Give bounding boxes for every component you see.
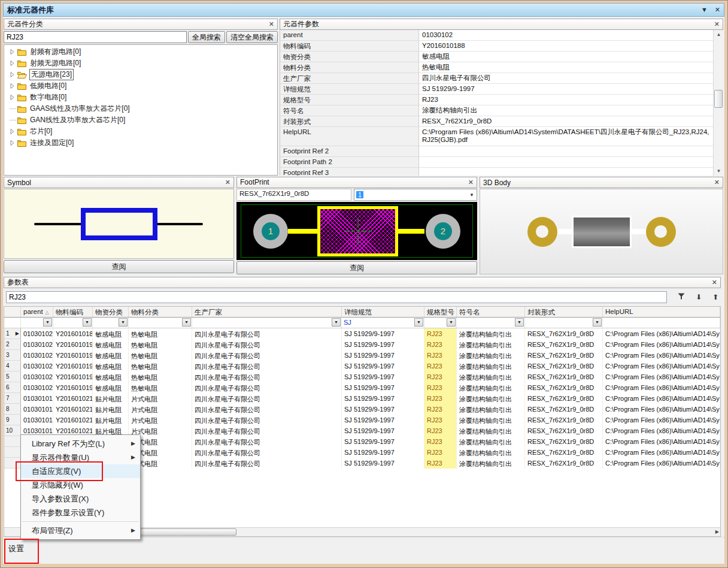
menu-item[interactable]: Library Ref 不为空(L)▶ — [21, 437, 140, 451]
dropdown-arrow-icon[interactable]: ▼ — [182, 318, 191, 327]
param-row[interactable]: Footprint Path 2 — [280, 157, 713, 168]
param-row[interactable]: 封装形式RESX_7r62X1r9_0r8D — [280, 116, 713, 127]
filter-cell[interactable]: ▼ — [53, 318, 93, 328]
dropdown-arrow-icon[interactable]: ▼ — [332, 318, 341, 327]
expand-arrow-icon[interactable] — [10, 72, 15, 77]
column-header[interactable]: 物料编码 — [53, 307, 93, 317]
column-header[interactable]: 封装形式 — [525, 307, 603, 317]
tree-item[interactable]: 数字电路[0] — [4, 92, 277, 103]
tree-item[interactable]: GAN线性及功率放大器芯片[0] — [4, 114, 277, 126]
scroll-right-icon[interactable]: ▶ — [715, 529, 719, 534]
scroll-down-icon[interactable]: ▼ — [714, 167, 723, 176]
column-header[interactable]: parent△ — [21, 307, 53, 317]
global-search-button[interactable]: 全局搜索 — [188, 31, 225, 43]
close-icon[interactable]: ✕ — [714, 20, 720, 28]
param-row[interactable]: 物料分类热敏电阻 — [280, 62, 713, 73]
row-number-cell[interactable]: 7 — [4, 393, 21, 404]
footprint-view-button[interactable]: 查阅 — [236, 261, 477, 274]
table-row[interactable]: 1▶01030102Y2016010188敏感电阻热敏电阻四川永星电子有限公司S… — [4, 328, 720, 339]
menu-item[interactable]: 器件参数显示设置(Y) — [21, 506, 140, 519]
close-icon[interactable]: ✕ — [712, 279, 717, 286]
param-row[interactable]: Footprint Ref 2 — [280, 146, 713, 157]
dropdown-arrow-icon[interactable]: ▼ — [83, 318, 92, 327]
close-icon[interactable]: ✕ — [468, 179, 474, 186]
filter-cell[interactable]: ▼ — [21, 318, 53, 328]
param-row[interactable]: 物资分类敏感电阻 — [280, 52, 713, 62]
row-number-cell[interactable]: 6 — [4, 382, 21, 393]
close-icon[interactable]: ✕ — [269, 20, 274, 28]
clear-global-search-button[interactable]: 清空全局搜索 — [226, 31, 278, 43]
hscrollbar-thumb[interactable] — [124, 528, 236, 536]
table-row[interactable]: 201030102Y2016010190敏感电阻热敏电阻四川永星电子有限公司SJ… — [4, 339, 720, 350]
footprint-selector[interactable]: 1 ▼ — [354, 189, 477, 201]
column-header[interactable]: 详细规范 — [342, 307, 424, 317]
row-number-cell[interactable]: 4 — [4, 361, 21, 371]
expand-arrow-icon[interactable] — [10, 49, 15, 55]
column-header[interactable]: 符号名 — [457, 307, 525, 317]
row-number-cell[interactable]: 1▶ — [4, 328, 21, 339]
tree-item[interactable]: GAAS线性及功率放大器芯片[0] — [4, 103, 277, 114]
tree-item[interactable]: 射频无源电路[0] — [4, 58, 277, 69]
scrollbar-thumb[interactable] — [714, 90, 723, 108]
classification-search-input[interactable] — [4, 31, 187, 43]
row-number-cell[interactable]: 3 — [4, 350, 21, 361]
param-row[interactable]: 物料编码Y2016010188 — [280, 41, 713, 52]
table-row[interactable]: 301030102Y2016010192敏感电阻热敏电阻四川永星电子有限公司SJ… — [4, 350, 720, 361]
tree-item[interactable]: 无源电路[23] — [4, 69, 277, 80]
table-row[interactable]: 901030101Y2016010213贴片电阻片式电阻四川永星电子有限公司SJ… — [4, 415, 720, 425]
dropdown-arrow-icon[interactable]: ▼ — [469, 192, 474, 198]
expand-arrow-icon[interactable] — [10, 61, 15, 66]
row-number-cell[interactable]: 10 — [4, 425, 21, 436]
arrow-up-icon[interactable]: ⬆ — [712, 293, 718, 301]
param-row[interactable]: 符号名涂覆结构轴向引出 — [280, 105, 713, 116]
dropdown-arrow-icon[interactable]: ▼ — [515, 318, 524, 327]
dropdown-arrow-icon[interactable]: ▼ — [593, 318, 602, 327]
table-row[interactable]: 401030102Y2016010194敏感电阻热敏电阻四川永星电子有限公司SJ… — [4, 361, 720, 371]
row-number-cell[interactable]: 2 — [4, 339, 21, 350]
close-icon[interactable]: ✕ — [714, 179, 720, 186]
column-header[interactable]: 物资分类 — [93, 307, 129, 317]
close-icon[interactable]: ✕ — [715, 3, 720, 17]
column-header[interactable]: 生产厂家 — [192, 307, 342, 317]
dropdown-arrow-icon[interactable]: ▼ — [414, 318, 423, 327]
column-header[interactable]: HelpURL — [603, 307, 720, 317]
filter-funnel-icon[interactable] — [678, 293, 685, 301]
table-row[interactable]: 701030101Y2016010210贴片电阻片式电阻四川永星电子有限公司SJ… — [4, 393, 720, 404]
row-number-cell[interactable]: 5 — [4, 371, 21, 382]
footprint-name[interactable]: RESX_7r62X1r9_0r8D — [236, 189, 351, 201]
expand-arrow-icon[interactable] — [10, 140, 15, 146]
tree-item[interactable]: 射频有源电路[0] — [4, 46, 277, 58]
table-row[interactable]: 501030102Y2016010195敏感电阻热敏电阻四川永星电子有限公司SJ… — [4, 371, 720, 382]
filter-cell[interactable]: ▼ — [457, 318, 525, 328]
tree-item[interactable]: 连接及固定[0] — [4, 137, 277, 149]
filter-cell[interactable] — [603, 318, 720, 328]
param-row[interactable]: 生产厂家四川永星电子有限公司 — [280, 73, 713, 84]
filter-cell[interactable]: ▼ — [93, 318, 129, 328]
param-row[interactable]: 规格型号RJ23 — [280, 95, 713, 105]
dropdown-arrow-icon[interactable]: ▼ — [447, 318, 456, 327]
table-row[interactable]: 601030102Y2016010197敏感电阻热敏电阻四川永星电子有限公司SJ… — [4, 382, 720, 393]
filter-cell[interactable]: ▼ — [525, 318, 603, 328]
row-number-cell[interactable] — [4, 447, 21, 458]
collapse-arrow-icon[interactable]: ▼ — [701, 3, 708, 17]
column-header[interactable]: 物料分类 — [129, 307, 192, 317]
param-row[interactable]: 详细规范SJ 51929/9-1997 — [280, 84, 713, 95]
dropdown-arrow-icon[interactable]: ▼ — [119, 318, 128, 327]
menu-item[interactable]: 导入参数设置(X) — [21, 492, 140, 506]
filter-cell[interactable]: ▼ — [424, 318, 457, 328]
param-row[interactable]: parent01030102 — [280, 30, 713, 41]
table-row[interactable]: 801030101Y2016010211贴片电阻片式电阻四川永星电子有限公司SJ… — [4, 404, 720, 415]
param-row[interactable]: Footprint Ref 3 — [280, 168, 713, 176]
arrow-down-icon[interactable]: ⬇ — [696, 293, 702, 301]
table-filter-input[interactable] — [6, 291, 667, 303]
filter-cell[interactable]: SJ▼ — [342, 318, 424, 328]
menu-item[interactable]: 布局管理(Z)▶ — [21, 524, 140, 537]
expand-arrow-icon[interactable] — [10, 95, 15, 100]
filter-cell[interactable]: ▼ — [129, 318, 192, 328]
row-number-cell[interactable]: 9 — [4, 415, 21, 425]
params-scrollbar[interactable]: ▲ ▼ — [713, 30, 723, 176]
expand-arrow-icon[interactable] — [10, 129, 15, 134]
column-header[interactable]: 规格型号 — [424, 307, 457, 317]
row-number-cell[interactable] — [4, 436, 21, 447]
tree-item[interactable]: 芯片[0] — [4, 126, 277, 137]
